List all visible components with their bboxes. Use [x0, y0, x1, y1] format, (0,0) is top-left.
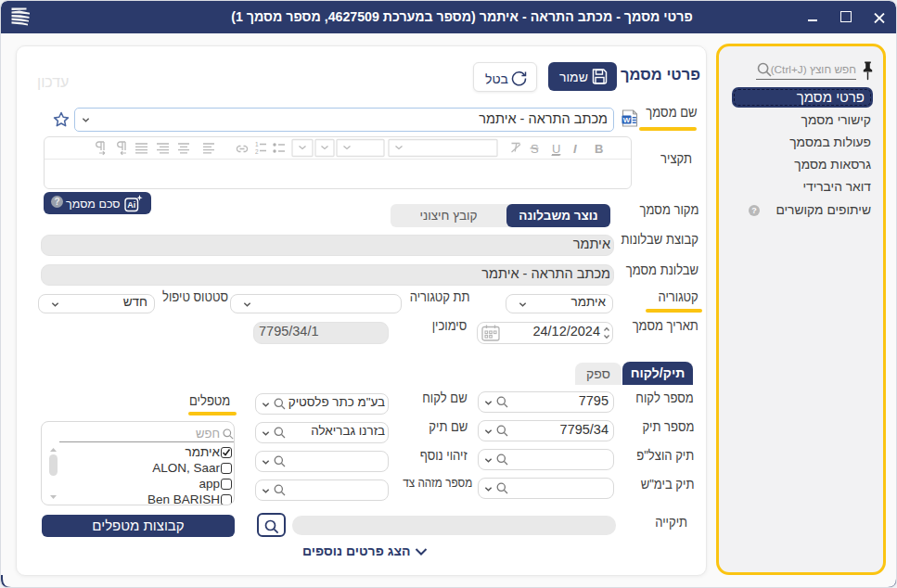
svg-text:W: W — [623, 116, 631, 124]
svg-text:Ai: Ai — [127, 200, 135, 210]
svg-text:1: 1 — [255, 141, 259, 147]
svg-text:U: U — [552, 142, 560, 156]
svg-text:B: B — [595, 142, 603, 156]
svg-text:S: S — [531, 142, 539, 156]
svg-text:I: I — [573, 142, 577, 156]
svg-text:2: 2 — [255, 148, 259, 155]
